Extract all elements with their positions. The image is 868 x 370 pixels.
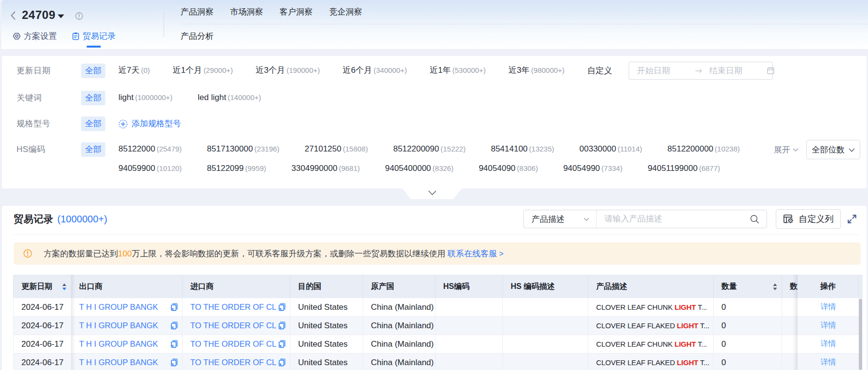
filter-option[interactable]: 85122099(9959)	[207, 162, 266, 175]
custom-columns-button[interactable]: 自定义列	[776, 209, 841, 229]
cell-product-desc: CLOVER LEAF FLAKED LIGHT T...	[588, 317, 714, 335]
col-hs-code: HS编码	[435, 275, 503, 298]
nav-tab-product-insight[interactable]: 产品洞察	[181, 6, 214, 17]
search-input[interactable]	[597, 214, 746, 224]
cell-origin: China (Mainland)	[363, 317, 435, 335]
sort-quantity[interactable]	[772, 283, 778, 291]
copy-icon[interactable]	[170, 358, 178, 367]
filter-option[interactable]: led light(140000+)	[198, 91, 261, 104]
filter-option[interactable]: 94051199000(6877)	[648, 162, 720, 175]
filter-option-name: 85414100	[491, 144, 528, 153]
copy-icon[interactable]	[170, 303, 178, 311]
contact-support-link[interactable]: 联系在线客服	[448, 249, 497, 258]
filter-option[interactable]: 94059900(10120)	[118, 162, 182, 175]
filter-chip-all[interactable]: 全部	[81, 91, 105, 105]
add-spec-label: 添加规格型号	[132, 117, 181, 131]
nav-tab-customer-insight[interactable]: 客户洞察	[280, 6, 313, 17]
date-range-picker[interactable]	[629, 62, 773, 80]
info-icon[interactable]	[75, 12, 83, 20]
filter-option[interactable]: 近3年(980000+)	[509, 64, 565, 77]
filter-option[interactable]: 8517130000(23196)	[207, 142, 279, 156]
filter-chip-all[interactable]: 全部	[81, 142, 105, 157]
detail-link[interactable]: 详情	[820, 339, 836, 349]
digits-select[interactable]: 全部位数	[806, 140, 860, 159]
filter-chip-all[interactable]: 全部	[81, 64, 105, 78]
importer-link[interactable]: TO THE ORDER OF CL	[190, 358, 276, 367]
filter-option-count: (8326)	[433, 164, 453, 172]
scheme-id[interactable]: 24709	[22, 8, 55, 22]
search-icon[interactable]	[750, 214, 760, 224]
sort-update-date[interactable]	[62, 283, 67, 291]
copy-icon[interactable]	[278, 303, 286, 311]
detail-link[interactable]: 详情	[820, 302, 836, 312]
scrollbar-thumb[interactable]	[859, 299, 862, 370]
cell-origin: China (Mainland)	[363, 335, 435, 353]
copy-icon[interactable]	[170, 340, 178, 348]
filter-option[interactable]: 近1个月(29000+)	[173, 64, 233, 77]
filter-option-count: (9681)	[339, 164, 360, 172]
filter-option[interactable]: 85122000(25479)	[118, 142, 182, 156]
tab-trade-records[interactable]: 贸易记录	[72, 31, 116, 42]
copy-icon[interactable]	[170, 321, 178, 330]
tab-label: 贸易记录	[83, 31, 116, 42]
filter-option[interactable]: 8512200000(10238)	[668, 142, 740, 156]
warning-highlight: 100	[118, 249, 132, 258]
filter-option[interactable]: 27101250(15808)	[305, 142, 368, 156]
filter-option[interactable]: light(1000000+)	[118, 91, 172, 104]
expand-link[interactable]: 展开	[774, 144, 799, 155]
caret-down-icon[interactable]	[57, 14, 65, 18]
filter-option[interactable]: 94054990(7334)	[563, 162, 622, 175]
back-icon[interactable]	[10, 11, 16, 20]
filter-option[interactable]: 近7天(0)	[118, 64, 150, 77]
table-row: 2024-06-17 T H I GROUP BANGK TO THE ORDE…	[13, 298, 859, 317]
cell-exporter: T H I GROUP BANGK	[71, 335, 183, 353]
cell-origin: China (Mainland)	[363, 353, 435, 370]
cell-hs-desc	[503, 317, 588, 335]
custom-date-label[interactable]: 自定义	[587, 64, 612, 78]
importer-link[interactable]: TO THE ORDER OF CL	[190, 321, 276, 330]
copy-icon[interactable]	[278, 321, 286, 330]
exporter-link[interactable]: T H I GROUP BANGK	[79, 303, 158, 312]
filter-option[interactable]: 8512200090(15222)	[393, 142, 466, 156]
filter-option[interactable]: 85414100(13235)	[491, 142, 554, 156]
end-date-input[interactable]	[709, 66, 767, 76]
insight-nav: 产品洞察 市场洞察 客户洞察 竞企洞察 产品分析	[181, 0, 868, 48]
nav-tab-market-insight[interactable]: 市场洞察	[230, 6, 263, 17]
detail-link[interactable]: 详情	[820, 320, 836, 331]
search-field-select[interactable]: 产品描述	[524, 210, 597, 228]
copy-icon[interactable]	[278, 358, 286, 367]
filter-option[interactable]: 00330000(11014)	[580, 142, 642, 156]
filter-option[interactable]: 94054090(8306)	[479, 162, 538, 175]
collapse-filter-notch[interactable]	[402, 188, 462, 199]
filter-label: 规格型号	[17, 117, 81, 131]
filter-option[interactable]: 3304990000(9681)	[291, 162, 360, 175]
trade-records-section: 贸易记录 (1000000+) 产品描述 自定义列 方案的数据量已达到100万上…	[2, 206, 867, 370]
copy-icon[interactable]	[278, 340, 286, 348]
add-spec-button[interactable]: 添加规格型号	[118, 117, 181, 131]
nav-tab-competitor-insight[interactable]: 竞企洞察	[329, 6, 362, 17]
importer-link[interactable]: TO THE ORDER OF CL	[190, 303, 276, 312]
filter-option-count: (0)	[141, 66, 150, 74]
filter-option[interactable]: 近3个月(190000+)	[256, 64, 320, 77]
filter-option[interactable]: 近1年(530000+)	[430, 64, 485, 77]
nav-tab-product-analysis[interactable]: 产品分析	[181, 31, 214, 42]
importer-link[interactable]: TO THE ORDER OF CL	[190, 339, 276, 349]
filter-chip-all[interactable]: 全部	[81, 117, 105, 131]
table-row-action: 详情	[798, 353, 859, 370]
exporter-link[interactable]: T H I GROUP BANGK	[79, 358, 158, 367]
start-date-input[interactable]	[637, 66, 694, 76]
custom-columns-icon	[783, 214, 794, 224]
filter-row-hs-code: HS编码 全部 85122000(25479) 8517130000(23196…	[17, 142, 867, 175]
filter-option[interactable]: 9405400000(8326)	[385, 162, 453, 175]
detail-link[interactable]: 详情	[820, 357, 836, 368]
filter-option-name: 近7天	[118, 66, 139, 75]
fullscreen-icon[interactable]	[847, 214, 857, 224]
filter-option-name: 近3个月	[256, 66, 285, 75]
tab-scheme-settings[interactable]: 方案设置	[13, 31, 57, 42]
filter-option[interactable]: 近6个月(340000+)	[343, 64, 407, 77]
warning-icon	[23, 249, 32, 258]
cell-product-desc: CLOVER LEAF CHUNK LIGHT T...	[588, 298, 714, 316]
exporter-link[interactable]: T H I GROUP BANGK	[79, 321, 158, 330]
filter-option-count: (8306)	[517, 164, 538, 172]
exporter-link[interactable]: T H I GROUP BANGK	[79, 339, 158, 349]
